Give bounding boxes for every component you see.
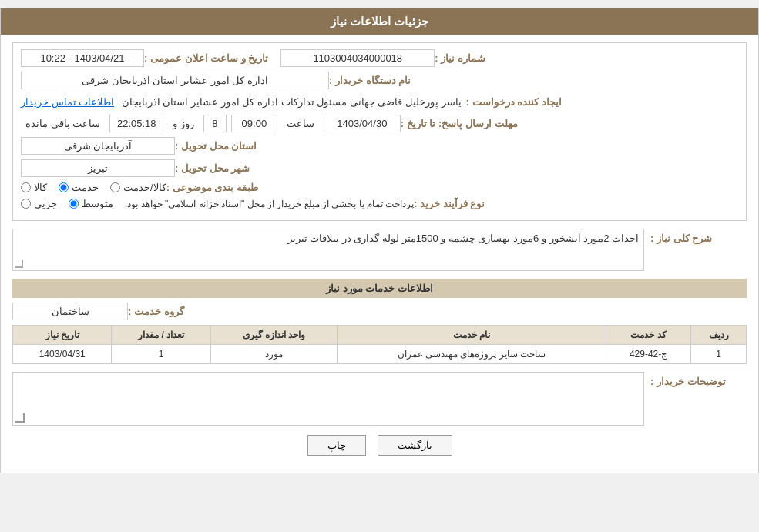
announce-datetime-value: 1403/04/21 - 10:22 (21, 49, 144, 67)
row-province: استان محل تحویل : آذربایجان شرقی (21, 137, 738, 155)
cell-date: 1403/04/31 (13, 345, 112, 364)
general-desc-section: شرح کلی نیاز : احداث 2مورد آبشخور و 6مور… (12, 229, 747, 271)
table-body: 1 ج-42-429 ساخت سایر پروژه‌های مهندسی عم… (13, 345, 747, 364)
page-header: جزئیات اطلاعات نیاز (1, 8, 758, 35)
col-code: کد خدمت (606, 326, 691, 345)
services-info-title: اطلاعات خدمات مورد نیاز (12, 279, 747, 298)
creator-link[interactable]: اطلاعات تماس خریدار (21, 96, 114, 108)
general-desc-box: احداث 2مورد آبشخور و 6مورد بهسازی چشمه و… (12, 229, 644, 271)
category-radio-group: کالا/خدمت خدمت کالا (21, 182, 166, 193)
buyer-org-value: اداره کل امور عشایر استان اذربایجان شرقی (21, 72, 329, 89)
deadline-date: 1403/04/30 (324, 115, 401, 132)
deadline-label: مهلت ارسال پاسخ: تا تاریخ : (401, 118, 518, 129)
deadline-remaining: 22:05:18 (109, 115, 163, 132)
row-deadline: مهلت ارسال پاسخ: تا تاریخ : 1403/04/30 س… (21, 115, 738, 132)
category-radio-khedmat[interactable] (59, 182, 69, 192)
row-creator: ایجاد کننده درخواست : یاسر پورخلیل قاضی … (21, 94, 738, 110)
cell-name: ساخت سایر پروژه‌های مهندسی عمران (338, 345, 606, 364)
print-button[interactable]: چاپ (307, 435, 366, 456)
announce-datetime-label: تاریخ و ساعت اعلان عمومی : (144, 52, 268, 64)
purchase-type-option-jozi[interactable]: جزیی (21, 198, 57, 209)
buyer-org-label: نام دستگاه خریدار : (329, 75, 421, 86)
purchase-note: پرداخت تمام یا بخشی از مبلغ خریدار از مح… (125, 199, 414, 209)
purchase-type-option-motavaset[interactable]: متوسط (69, 198, 113, 209)
main-form: شماره نیاز : 1103004034000018 تاریخ و سا… (12, 42, 747, 221)
page-title: جزئیات اطلاعات نیاز (331, 15, 428, 28)
row-buyer-org: نام دستگاه خریدار : اداره کل امور عشایر … (21, 72, 738, 89)
creator-label: ایجاد کننده درخواست : (466, 96, 562, 108)
cell-quantity: 1 (112, 345, 210, 364)
service-group-value: ساختمان (12, 303, 128, 320)
buyer-desc-box (12, 372, 644, 426)
general-desc-label: شرح کلی نیاز : (650, 233, 743, 244)
row-purchase-type: نوع فرآیند خرید : پرداخت تمام یا بخشی از… (21, 198, 738, 209)
creator-value: یاسر پورخلیل قاضی جهانی مسئول تدارکات اد… (117, 94, 466, 110)
table-row: 1 ج-42-429 ساخت سایر پروژه‌های مهندسی عم… (13, 345, 747, 364)
category-radio-kala[interactable] (21, 182, 31, 192)
main-container: جزئیات اطلاعات نیاز شماره نیاز : 1103004… (0, 8, 759, 473)
province-label: استان محل تحویل : (175, 140, 267, 152)
cell-row: 1 (691, 345, 747, 364)
deadline-time-label: ساعت (282, 115, 319, 132)
buyer-desc-section: توضیحات خریدار : (12, 372, 747, 426)
city-value: تبریز (21, 159, 175, 177)
category-radio-kala-khedmat[interactable] (110, 182, 120, 192)
category-option-kala-khedmat[interactable]: کالا/خدمت (110, 182, 166, 193)
deadline-days-label: روز و (168, 115, 199, 132)
category-label-kala: کالا (34, 182, 47, 193)
category-option-kala[interactable]: کالا (21, 182, 47, 193)
category-label: طبقه بندی موضوعی : (166, 182, 259, 193)
row-service-group: گروه خدمت : ساختمان (12, 303, 747, 320)
col-row: ردیف (691, 326, 747, 345)
deadline-remaining-label: ساعت باقی مانده (21, 115, 105, 132)
order-number-value: 1103004034000018 (280, 49, 435, 67)
deadline-group: 1403/04/30 ساعت 09:00 8 روز و 22:05:18 س… (21, 115, 401, 132)
purchase-type-label-jozi: جزیی (34, 198, 57, 209)
cell-unit: مورد (210, 345, 337, 364)
order-number-label: شماره نیاز : (435, 52, 527, 64)
col-unit: واحد اندازه گیری (210, 326, 337, 345)
table-header-row: ردیف کد خدمت نام خدمت واحد اندازه گیری ت… (13, 326, 747, 345)
service-group-label: گروه خدمت : (128, 306, 220, 317)
category-option-khedmat[interactable]: خدمت (59, 182, 99, 193)
purchase-type-label: نوع فرآیند خرید : (414, 198, 506, 209)
general-desc-value: احداث 2مورد آبشخور و 6مورد بهسازی چشمه و… (287, 233, 639, 244)
content-area: شماره نیاز : 1103004034000018 تاریخ و سا… (1, 35, 758, 473)
deadline-days: 8 (203, 115, 227, 132)
row-category: طبقه بندی موضوعی : کالا/خدمت خدمت کالا (21, 182, 738, 193)
purchase-type-radio-motavaset[interactable] (69, 199, 79, 209)
col-name: نام خدمت (338, 326, 606, 345)
category-label-kala-khedmat: کالا/خدمت (123, 182, 166, 193)
buttons-row: بازگشت چاپ (12, 435, 747, 456)
service-table: ردیف کد خدمت نام خدمت واحد اندازه گیری ت… (12, 325, 747, 364)
cell-code: ج-42-429 (606, 345, 691, 364)
purchase-type-radio-jozi[interactable] (21, 199, 31, 209)
back-button[interactable]: بازگشت (378, 435, 452, 456)
province-value: آذربایجان شرقی (21, 137, 175, 155)
category-label-khedmat: خدمت (72, 182, 99, 193)
row-city: شهر محل تحویل : تبریز (21, 159, 738, 177)
row-order-announce: شماره نیاز : 1103004034000018 تاریخ و سا… (21, 49, 738, 67)
buyer-desc-label: توضیحات خریدار : (650, 376, 743, 387)
purchase-type-radio-group: پرداخت تمام یا بخشی از مبلغ خریدار از مح… (21, 198, 414, 209)
col-date: تاریخ نیاز (13, 326, 112, 345)
table-header: ردیف کد خدمت نام خدمت واحد اندازه گیری ت… (13, 326, 747, 345)
city-label: شهر محل تحویل : (175, 162, 267, 174)
purchase-type-label-motavaset: متوسط (82, 198, 113, 209)
col-quantity: تعداد / مقدار (112, 326, 210, 345)
deadline-time: 09:00 (231, 115, 277, 132)
